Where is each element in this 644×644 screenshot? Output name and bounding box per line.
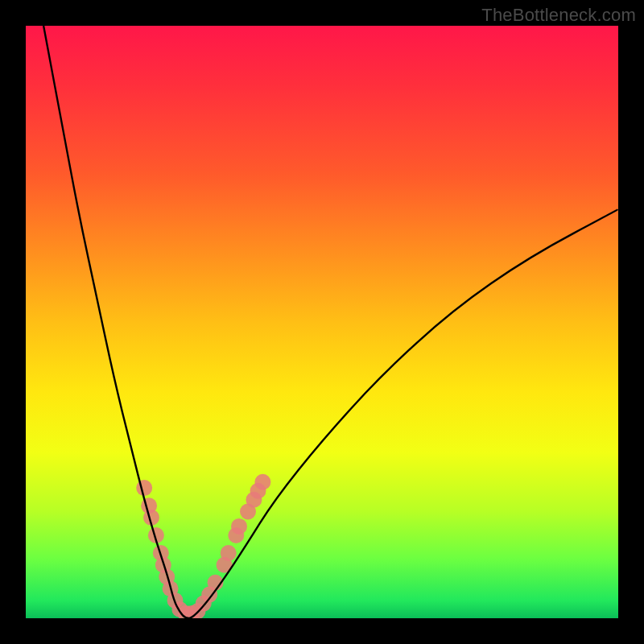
watermark-text: TheBottleneck.com: [481, 5, 636, 26]
highlight-dot: [254, 474, 270, 490]
bottleneck-curve: [43, 26, 618, 618]
plot-area: [26, 26, 618, 618]
curve-layer: [26, 26, 618, 618]
chart-frame: TheBottleneck.com: [0, 0, 644, 644]
highlight-dots-group: [136, 474, 270, 618]
highlight-dot: [231, 518, 247, 535]
highlight-dot: [221, 545, 237, 561]
highlight-dot: [136, 480, 152, 496]
